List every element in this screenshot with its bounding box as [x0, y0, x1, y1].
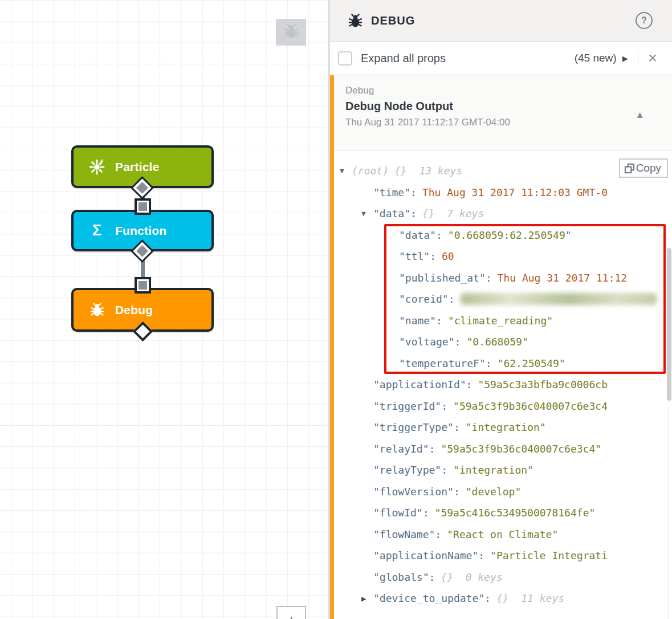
- json-row-applicationid[interactable]: "applicationId": "59a5c3a3bfba9c0006cb: [334, 374, 672, 396]
- json-row-ttl[interactable]: "ttl": 60: [334, 246, 672, 267]
- message-title: Debug Node Output: [345, 100, 661, 113]
- node-label: Function: [115, 224, 166, 238]
- json-row-flowversion[interactable]: "flowVersion": "develop": [334, 481, 672, 503]
- help-icon[interactable]: ?: [636, 12, 653, 29]
- panel-scrollbar-thumb[interactable]: [667, 248, 671, 401]
- json-row-coreid[interactable]: "coreid":: [334, 288, 672, 310]
- new-messages-count: (45 new): [575, 52, 617, 64]
- message-timestamp: Thu Aug 31 2017 11:12:17 GMT-04:00: [345, 117, 661, 128]
- json-row-data[interactable]: ▼ "data": {} 7 keys: [334, 203, 672, 225]
- json-row-data-data[interactable]: "data": "0.668059:62.250549": [334, 225, 672, 246]
- debug-panel-header: DEBUG ?: [330, 0, 672, 42]
- json-row-voltage[interactable]: "voltage": "0.668059": [334, 331, 672, 353]
- json-row-triggerid[interactable]: "triggerId": "59a5c3f9b36c040007c6e3c4: [334, 396, 672, 417]
- canvas-scrollbar[interactable]: [328, 0, 330, 619]
- debug-message-header[interactable]: Debug Debug Node Output Thu Aug 31 2017 …: [334, 75, 672, 151]
- bug-icon: [88, 302, 105, 317]
- collapse-icon[interactable]: ▲: [635, 109, 645, 121]
- json-row-temperaturef[interactable]: "temperatureF": "62.250549": [334, 353, 672, 374]
- json-row-flowid[interactable]: "flowId": "59a5c416c5349500078164fe": [334, 502, 672, 524]
- json-row-triggertype[interactable]: "triggerType": "integration": [334, 417, 672, 438]
- copy-button[interactable]: Copy: [619, 158, 668, 178]
- close-icon[interactable]: ×: [648, 50, 657, 66]
- bug-icon: [348, 13, 363, 28]
- copy-icon: [624, 162, 636, 174]
- collapse-marker-icon[interactable]: ▼: [340, 166, 352, 175]
- expand-all-props-label[interactable]: Expand all props: [361, 52, 575, 65]
- node-label: Particle: [115, 160, 159, 174]
- expand-all-props-checkbox[interactable]: [338, 51, 352, 66]
- json-tree: Copy ▼ (root) {} 13 keys "time": Thu Aug…: [334, 151, 672, 619]
- node-label: Debug: [115, 303, 153, 317]
- bug-icon: [283, 23, 299, 42]
- json-row-device-to-update[interactable]: ▶ "device_to_update": {} 11 keys: [334, 588, 672, 609]
- input-port-function[interactable]: [137, 201, 149, 213]
- panel-title: DEBUG: [371, 14, 636, 27]
- json-row-relaytype[interactable]: "relayType": "integration": [334, 459, 672, 481]
- debug-ghost-button[interactable]: [276, 19, 306, 46]
- debug-panel: DEBUG ? Expand all props (45 new) ▶ × De…: [330, 0, 672, 619]
- json-row-time[interactable]: "time": Thu Aug 31 2017 11:12:03 GMT-0: [334, 182, 672, 203]
- sigma-icon: Σ: [88, 223, 105, 238]
- debug-controls-row: Expand all props (45 new) ▶ ×: [330, 42, 672, 75]
- flow-canvas[interactable]: Particle Σ Function Debug +: [0, 0, 330, 619]
- json-row-applicationname[interactable]: "applicationName": "Particle Integrati: [334, 545, 672, 567]
- expand-marker-icon[interactable]: ▶: [361, 594, 373, 603]
- json-row-name[interactable]: "name": "climate_reading": [334, 310, 672, 332]
- app-window: Particle Σ Function Debug + DEBUG ? Expa…: [0, 0, 672, 619]
- copy-label: Copy: [636, 162, 661, 174]
- json-row-globals[interactable]: "globals": {} 0 keys: [334, 567, 672, 588]
- message-node-type: Debug: [345, 85, 661, 96]
- redacted-value: [461, 293, 657, 305]
- input-port-debug[interactable]: [137, 279, 149, 291]
- debug-message: Debug Debug Node Output Thu Aug 31 2017 …: [330, 75, 672, 619]
- json-row-relayid[interactable]: "relayId": "59a5c3f9b36c040007c6e3c4": [334, 438, 672, 460]
- json-row-flowname[interactable]: "flowName": "React on Climate": [334, 524, 672, 545]
- play-icon[interactable]: ▶: [622, 54, 628, 63]
- spark-icon: [88, 158, 105, 176]
- zoom-in-button[interactable]: +: [276, 606, 306, 619]
- json-row-published-at[interactable]: "published_at": Thu Aug 31 2017 11:12: [334, 267, 672, 289]
- divider: [638, 51, 638, 66]
- collapse-marker-icon[interactable]: ▼: [361, 209, 373, 218]
